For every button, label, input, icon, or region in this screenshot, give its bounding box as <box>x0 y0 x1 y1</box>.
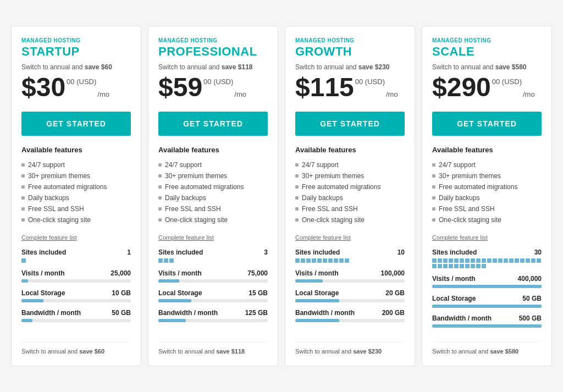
complete-feature-link[interactable]: Complete feature list <box>158 234 268 241</box>
metric-visits-fill <box>158 279 179 283</box>
feature-list: 24/7 support 30+ premium themes Free aut… <box>432 159 542 225</box>
feature-text: Free SSL and SSH <box>165 205 221 213</box>
metric-storage-fill <box>295 299 339 302</box>
metric-visits-label: Visits / month <box>432 275 475 283</box>
metric-visits: Visits / month 75,000 <box>158 269 268 283</box>
metric-sites: Sites included 30 <box>432 249 542 268</box>
metric-storage: Local Storage 50 GB <box>432 295 542 308</box>
price-dollar: $290 <box>432 74 491 101</box>
site-dot <box>471 264 475 268</box>
plan-category: Managed Hosting <box>432 37 542 43</box>
metric-visits: Visits / month 100,000 <box>295 269 405 283</box>
feature-item: Free automated migrations <box>158 181 268 192</box>
metric-bandwidth-value: 125 GB <box>245 309 268 317</box>
metric-visits-header: Visits / month 75,000 <box>158 269 268 277</box>
metric-visits-fill <box>21 279 28 283</box>
metric-visits-bar <box>158 279 268 283</box>
price-sup: 00 (USD) <box>492 78 522 86</box>
feature-item: 24/7 support <box>158 159 268 170</box>
feature-bullet <box>432 218 435 222</box>
feature-text: Daily backups <box>165 194 206 202</box>
metric-bandwidth-bar <box>158 319 268 322</box>
metric-visits-value: 100,000 <box>381 269 405 277</box>
feature-item: Free SSL and SSH <box>21 203 131 214</box>
site-dot <box>460 264 464 268</box>
metrics-section: Sites included 1 Visits / month 25,000 L… <box>21 249 131 334</box>
metric-bandwidth-label: Bandwidth / month <box>295 309 355 317</box>
feature-item: One-click staging site <box>21 214 131 225</box>
metric-bandwidth: Bandwidth / month 200 GB <box>295 309 405 322</box>
price-dollar: $115 <box>295 74 354 101</box>
metric-visits-fill <box>295 279 323 283</box>
metric-visits-value: 25,000 <box>111 269 131 277</box>
metric-bandwidth-header: Bandwidth / month 50 GB <box>21 309 131 317</box>
sites-dots <box>432 258 542 268</box>
plan-footer: Switch to annual and save $580 <box>432 342 542 355</box>
site-dot <box>317 258 322 263</box>
metric-storage-bar <box>21 299 131 302</box>
site-dot <box>498 258 503 263</box>
metric-bandwidth-value: 200 GB <box>382 309 405 317</box>
metric-bandwidth-fill <box>21 319 32 322</box>
plan-price: $30 00 (USD) /mo <box>21 74 131 101</box>
metric-visits-header: Visits / month 25,000 <box>21 269 131 277</box>
metric-bandwidth-header: Bandwidth / month 500 GB <box>432 314 542 322</box>
sites-dots <box>295 258 405 263</box>
plan-savings: Switch to annual and save $230 <box>295 63 405 71</box>
price-sup: 00 (USD) <box>203 78 233 86</box>
metric-sites-value: 10 <box>398 249 405 256</box>
metric-visits-value: 400,000 <box>518 275 542 283</box>
site-dot <box>531 258 536 263</box>
metric-sites-value: 1 <box>127 249 131 256</box>
site-dot <box>306 258 311 263</box>
metric-visits-value: 75,000 <box>247 269 268 277</box>
metric-visits-bar <box>295 279 405 283</box>
metric-bandwidth-value: 500 GB <box>519 314 542 322</box>
metric-storage-bar <box>158 299 268 302</box>
price-mo: /mo <box>386 90 398 98</box>
plan-savings: Switch to annual and save $118 <box>158 63 268 71</box>
metric-storage-label: Local Storage <box>432 295 476 302</box>
complete-feature-link[interactable]: Complete feature list <box>295 234 405 241</box>
metric-storage: Local Storage 10 GB <box>21 289 131 302</box>
feature-item: Free automated migrations <box>21 181 131 192</box>
metric-visits-header: Visits / month 100,000 <box>295 269 405 277</box>
metric-visits: Visits / month 400,000 <box>432 275 542 288</box>
metric-bandwidth-bar <box>295 319 405 322</box>
plan-name: Scale <box>432 45 542 59</box>
metric-sites: Sites included 10 <box>295 249 405 263</box>
site-dot <box>449 264 453 268</box>
metric-bandwidth-bar <box>432 324 542 328</box>
metric-sites-label: Sites included <box>295 249 340 256</box>
complete-feature-link[interactable]: Complete feature list <box>432 234 542 241</box>
plan-footer: Switch to annual and save $230 <box>295 342 405 355</box>
complete-feature-link[interactable]: Complete feature list <box>21 234 131 241</box>
get-started-button[interactable]: Get Started <box>21 112 131 136</box>
feature-item: Daily backups <box>295 192 405 203</box>
metric-bandwidth-fill <box>432 324 542 328</box>
feature-text: Free SSL and SSH <box>439 205 495 213</box>
site-dot <box>334 258 338 263</box>
site-dot <box>295 258 300 263</box>
metric-bandwidth-bar <box>21 319 131 322</box>
feature-item: 24/7 support <box>295 159 405 170</box>
plan-footer: Switch to annual and save $118 <box>158 342 268 355</box>
metric-storage-header: Local Storage 50 GB <box>432 295 542 302</box>
feature-item: One-click staging site <box>432 214 542 225</box>
get-started-button[interactable]: Get Started <box>158 112 268 136</box>
feature-item: Free automated migrations <box>295 181 405 192</box>
metrics-section: Sites included 10 Visits / month 100,000… <box>295 249 405 334</box>
metrics-section: Sites included 3 Visits / month 75,000 L… <box>158 249 268 334</box>
feature-item: One-click staging site <box>158 214 268 225</box>
metric-storage-label: Local Storage <box>295 289 339 297</box>
site-dot <box>482 264 486 268</box>
feature-bullet <box>21 218 25 222</box>
get-started-button[interactable]: Get Started <box>295 112 405 136</box>
metric-storage-header: Local Storage 10 GB <box>21 289 131 297</box>
feature-text: Daily backups <box>439 194 480 202</box>
feature-bullet <box>158 185 162 189</box>
metric-storage-fill <box>432 305 542 308</box>
feature-item: Free automated migrations <box>432 181 542 192</box>
site-dot <box>537 258 541 263</box>
get-started-button[interactable]: Get Started <box>432 112 542 136</box>
